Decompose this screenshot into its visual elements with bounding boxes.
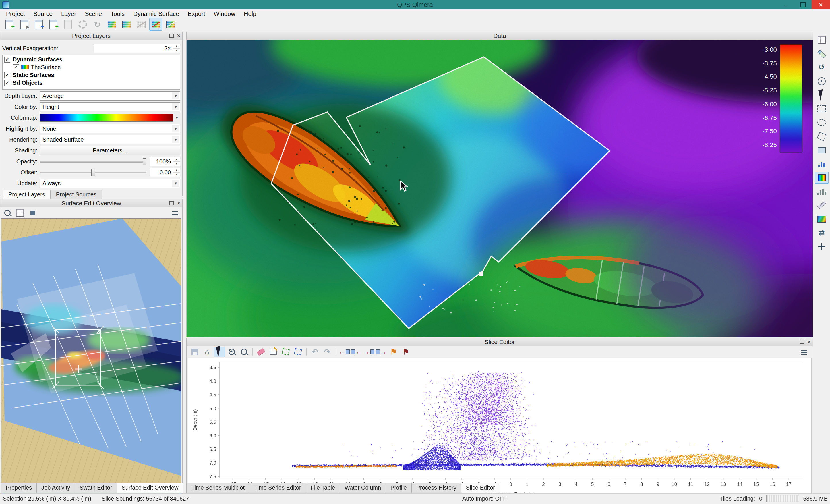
maximize-button[interactable] bbox=[794, 0, 811, 9]
grid-toggle-button[interactable] bbox=[14, 208, 26, 218]
tree-item-thesurface[interactable]: ✓ TheSurface bbox=[3, 63, 180, 71]
flag-slice-button[interactable]: ⚑ bbox=[388, 347, 400, 357]
tab-swath-editor[interactable]: Swath Editor bbox=[75, 483, 117, 493]
tab-process-history[interactable]: Process History bbox=[411, 483, 461, 493]
menu-help[interactable]: Help bbox=[240, 9, 260, 18]
accept-polygon-button[interactable] bbox=[280, 347, 291, 357]
add-processed-files-button[interactable]: + bbox=[47, 18, 60, 31]
menu-dynamic-surface[interactable]: Dynamic Surface bbox=[129, 9, 184, 18]
measure-ruler-button[interactable] bbox=[815, 199, 829, 211]
tree-item-dynamic-surfaces[interactable]: ✓ Dynamic Surfaces bbox=[3, 56, 180, 63]
color-by-select[interactable]: Height ▾ bbox=[40, 102, 180, 112]
open-project-button[interactable]: ▸ bbox=[18, 18, 31, 31]
surface-slice-button[interactable] bbox=[164, 18, 177, 31]
edit-grid-button[interactable] bbox=[267, 347, 279, 357]
tab-project-layers[interactable]: Project Layers bbox=[3, 190, 51, 199]
colormap-tool-button[interactable] bbox=[815, 172, 829, 184]
tab-properties[interactable]: Properties bbox=[1, 483, 37, 493]
scene-3d-view[interactable]: -3.00 -3.75 -4.50 -5.25 -6.00 -6.75 -7.5… bbox=[187, 40, 813, 337]
home-view-button[interactable]: ⌂ bbox=[201, 347, 213, 357]
menu-source[interactable]: Source bbox=[29, 9, 57, 18]
zoom-in-button[interactable] bbox=[226, 347, 237, 357]
close-button[interactable]: × bbox=[811, 0, 830, 9]
previous-slice-locked-button[interactable]: ← bbox=[351, 347, 362, 357]
center-target-button[interactable] bbox=[815, 75, 829, 87]
menu-window[interactable]: Window bbox=[210, 9, 240, 18]
tab-slice-editor[interactable]: Slice Editor bbox=[461, 483, 500, 493]
minimize-button[interactable]: – bbox=[777, 0, 794, 9]
tab-project-sources[interactable]: Project Sources bbox=[51, 190, 102, 199]
tab-job-activity[interactable]: Job Activity bbox=[36, 483, 75, 493]
next-slice-button[interactable]: → bbox=[363, 347, 375, 357]
close-panel-icon[interactable]: × bbox=[177, 33, 181, 39]
overview-map[interactable] bbox=[1, 218, 182, 495]
zoom-extent-button[interactable] bbox=[2, 208, 13, 218]
checkbox[interactable]: ✓ bbox=[4, 80, 10, 86]
close-panel-icon[interactable]: × bbox=[177, 200, 181, 206]
spinner[interactable]: ▲▼ bbox=[173, 168, 180, 177]
tab-surface-edit-overview[interactable]: Surface Edit Overview bbox=[117, 483, 184, 493]
select-polygon-button[interactable] bbox=[815, 130, 829, 142]
overview-menu-button[interactable] bbox=[170, 208, 181, 218]
slice-menu-button[interactable] bbox=[798, 347, 810, 357]
checkbox[interactable]: ✓ bbox=[4, 57, 10, 63]
grid-view-button[interactable] bbox=[815, 34, 829, 46]
tab-water-column[interactable]: Water Column bbox=[340, 483, 386, 493]
swap-views-button[interactable]: ⇄ bbox=[815, 227, 829, 239]
tab-time-series-multiplot[interactable]: Time Series Multiplot bbox=[186, 483, 250, 493]
pointer-tool-button[interactable] bbox=[815, 89, 829, 101]
extent-box-button[interactable] bbox=[815, 144, 829, 156]
flag-region-button[interactable]: ⚑ bbox=[400, 347, 412, 357]
select-pointer-button[interactable] bbox=[214, 347, 225, 357]
chevron-down-icon[interactable]: ▾ bbox=[173, 115, 180, 120]
tab-profile[interactable]: Profile bbox=[386, 483, 412, 493]
menu-scene[interactable]: Scene bbox=[81, 9, 106, 18]
offset-slider[interactable] bbox=[40, 168, 147, 177]
previous-slice-button[interactable]: ← bbox=[339, 347, 350, 357]
tab-time-series-editor[interactable]: Time Series Editor bbox=[249, 483, 306, 493]
menu-project[interactable]: Project bbox=[2, 9, 29, 18]
float-panel-icon[interactable] bbox=[169, 34, 174, 38]
highlight-by-select[interactable]: None ▾ bbox=[40, 124, 180, 133]
zoom-window-button[interactable] bbox=[238, 347, 250, 357]
checkbox[interactable]: ✓ bbox=[4, 72, 10, 78]
vertical-exaggeration-input[interactable]: 2× ▲▼ bbox=[94, 44, 180, 53]
menu-export[interactable]: Export bbox=[184, 9, 210, 18]
profile-chart-button[interactable] bbox=[815, 158, 829, 170]
next-slice-locked-button[interactable]: → bbox=[376, 347, 387, 357]
shading-parameters-button[interactable]: Parameters... bbox=[40, 146, 180, 155]
reject-soundings-eraser-button[interactable] bbox=[255, 347, 267, 357]
opacity-input[interactable]: 100% ▲▼ bbox=[150, 157, 180, 166]
select-rectangle-button[interactable] bbox=[815, 103, 829, 115]
opacity-slider[interactable] bbox=[40, 157, 147, 166]
layer-stack-button[interactable] bbox=[815, 48, 829, 59]
slice-editor-tool-button[interactable] bbox=[149, 18, 162, 31]
tab-file-table[interactable]: File Table bbox=[306, 483, 340, 493]
float-panel-icon[interactable] bbox=[800, 340, 804, 344]
create-static-surface-button[interactable] bbox=[120, 18, 133, 31]
histogram-button[interactable] bbox=[815, 186, 829, 197]
spinner[interactable]: ▲▼ bbox=[173, 44, 180, 53]
create-dynamic-surface-button[interactable] bbox=[105, 18, 119, 31]
surface-view-button[interactable] bbox=[815, 213, 829, 225]
reset-view-button[interactable]: ↺ bbox=[815, 61, 829, 73]
update-select[interactable]: Always ▾ bbox=[40, 179, 180, 188]
spinner[interactable]: ▲▼ bbox=[173, 157, 180, 166]
colormap-strip[interactable] bbox=[40, 114, 173, 122]
depth-layer-select[interactable]: Average ▾ bbox=[40, 91, 180, 100]
menu-tools[interactable]: Tools bbox=[106, 9, 129, 18]
rendering-select[interactable]: Shaded Surface ▾ bbox=[40, 135, 180, 144]
close-panel-icon[interactable]: × bbox=[807, 339, 811, 345]
new-project-button[interactable]: + bbox=[3, 18, 16, 31]
reject-polygon-button[interactable] bbox=[292, 347, 304, 357]
offset-input[interactable]: 0.00 ▲▼ bbox=[150, 168, 180, 177]
pan-3d-button[interactable] bbox=[815, 241, 829, 252]
float-panel-icon[interactable] bbox=[169, 201, 174, 205]
extent-toggle-button[interactable] bbox=[27, 208, 38, 218]
select-lasso-button[interactable] bbox=[815, 117, 829, 128]
menu-layer[interactable]: Layer bbox=[57, 9, 81, 18]
checkbox[interactable]: ✓ bbox=[13, 64, 19, 70]
tree-item-sd-objects[interactable]: ✓ Sd Objects bbox=[3, 79, 180, 87]
slice-plot-canvas[interactable] bbox=[188, 358, 811, 503]
tree-item-static-surfaces[interactable]: ✓ Static Surfaces bbox=[3, 71, 180, 79]
